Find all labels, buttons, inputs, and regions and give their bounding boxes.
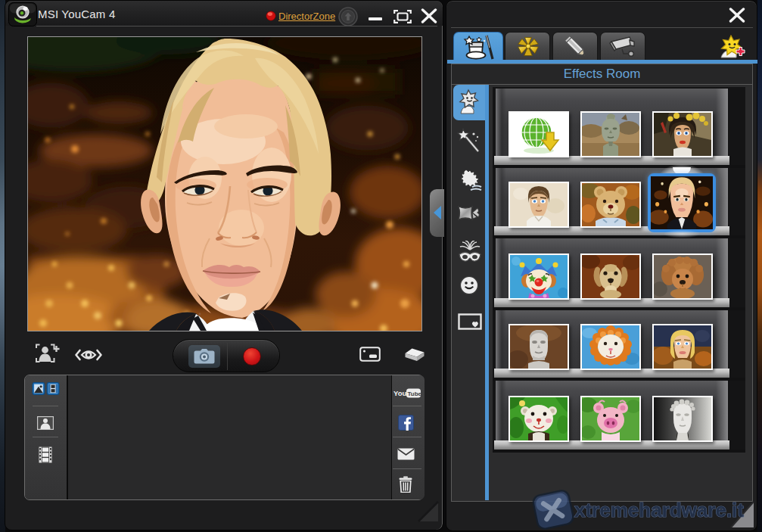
svg-text:Tube: Tube <box>408 390 422 397</box>
svg-text:You: You <box>393 389 406 397</box>
svg-text:xtremehardware.it: xtremehardware.it <box>574 499 744 521</box>
